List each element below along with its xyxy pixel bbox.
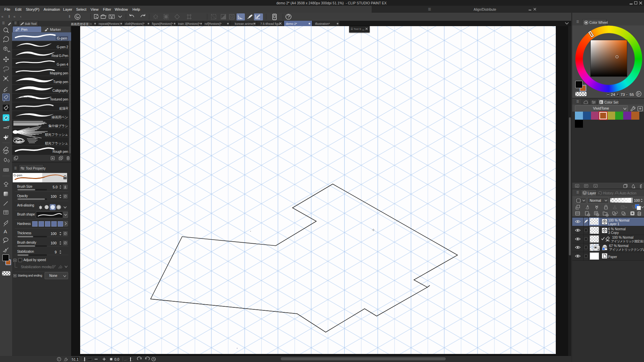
svg-text:A: A bbox=[4, 229, 7, 234]
